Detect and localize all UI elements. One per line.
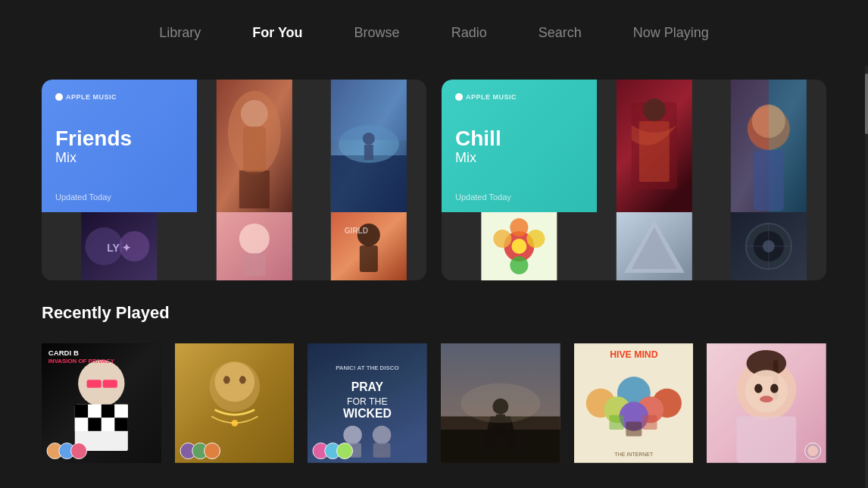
recently-played-section: Recently Played [42, 303, 826, 471]
svg-text:INVASION OF PRIVACY: INVASION OF PRIVACY [48, 358, 115, 364]
nav-radio[interactable]: Radio [448, 19, 490, 47]
svg-point-36 [493, 230, 511, 248]
chill-art-2 [711, 80, 826, 212]
svg-rect-90 [441, 430, 560, 463]
chill-mix-title-block: Chill Mix [455, 127, 583, 167]
svg-point-110 [745, 370, 788, 412]
recent-item-5[interactable]: HIVE MIND THE INTERNET [574, 335, 694, 471]
svg-text:THE INTERNET: THE INTERNET [614, 452, 654, 457]
main-content: APPLE MUSIC Friends Mix Updated Today [0, 66, 868, 488]
chill-mix-subtitle: Mix [455, 150, 583, 166]
svg-rect-56 [75, 418, 89, 431]
friends-art-2 [311, 80, 426, 212]
svg-point-93 [461, 383, 540, 424]
friends-art-3: LY ✦ [42, 212, 197, 280]
svg-point-37 [510, 256, 528, 274]
svg-point-75 [204, 443, 220, 459]
chill-mix-updated: Updated Today [455, 192, 583, 202]
svg-point-66 [71, 443, 87, 459]
recently-played-row: CARDI B INVASION OF PRIVACY [42, 335, 826, 471]
apple-music-label-chill: APPLE MUSIC [455, 93, 583, 101]
svg-rect-52 [75, 405, 89, 418]
svg-point-16 [239, 224, 270, 254]
svg-rect-105 [642, 415, 657, 430]
friends-mix-title-block: Friends Mix [55, 127, 183, 167]
svg-point-34 [510, 218, 528, 236]
svg-rect-10 [364, 145, 373, 160]
nav-library[interactable]: Library [156, 19, 204, 47]
chill-mix-card[interactable]: APPLE MUSIC Chill Mix Updated Today [442, 80, 826, 280]
svg-rect-8 [331, 80, 407, 140]
recent-item-6[interactable] [707, 335, 826, 471]
svg-rect-114 [737, 417, 797, 463]
scrollbar-track [865, 66, 868, 488]
chill-mix-header: APPLE MUSIC Chill Mix Updated Today [442, 80, 597, 212]
svg-rect-6 [331, 155, 407, 212]
svg-point-38 [511, 239, 526, 254]
svg-rect-57 [88, 418, 101, 431]
recent-item-1[interactable]: CARDI B INVASION OF PRIVACY [42, 335, 161, 471]
apple-music-label-friends: APPLE MUSIC [55, 93, 183, 101]
svg-rect-31 [754, 150, 784, 211]
nav-browse[interactable]: Browse [351, 19, 403, 47]
svg-rect-20 [360, 246, 378, 272]
svg-point-9 [363, 133, 375, 145]
svg-text:GIRLD: GIRLD [345, 227, 368, 235]
svg-point-87 [337, 443, 353, 459]
svg-text:HIVE MIND: HIVE MIND [610, 349, 657, 360]
friends-art-4 [197, 212, 312, 280]
svg-point-112 [770, 384, 779, 393]
nav-for-you[interactable]: For You [249, 19, 305, 47]
svg-text:FOR THE: FOR THE [347, 396, 388, 407]
svg-point-3 [241, 100, 268, 127]
svg-point-71 [223, 376, 230, 384]
svg-rect-59 [114, 418, 128, 431]
chill-art-3 [442, 212, 597, 280]
chill-art-1 [597, 80, 712, 212]
svg-text:WICKED: WICKED [343, 407, 392, 420]
mix-cards-row: APPLE MUSIC Friends Mix Updated Today [42, 80, 826, 280]
svg-point-72 [239, 376, 246, 384]
svg-rect-103 [626, 422, 642, 436]
svg-rect-54 [101, 405, 115, 418]
friends-mix-updated: Updated Today [55, 192, 183, 202]
svg-point-116 [808, 446, 819, 456]
svg-rect-104 [609, 415, 623, 430]
svg-point-70 [231, 420, 238, 427]
svg-rect-55 [114, 405, 128, 418]
recent-item-2[interactable] [175, 335, 295, 471]
recent-item-3[interactable]: PANIC! AT THE DISCO PRAY FOR THE WICKED [308, 335, 427, 471]
svg-rect-58 [101, 418, 115, 431]
svg-point-69 [214, 362, 254, 402]
friends-mix-title: Friends [55, 127, 183, 151]
friends-art-5: GIRLD [311, 212, 426, 280]
friends-mix-subtitle: Mix [55, 150, 183, 166]
svg-point-111 [754, 384, 763, 393]
scrollbar-thumb[interactable] [865, 74, 868, 134]
svg-point-35 [526, 230, 545, 248]
svg-rect-53 [88, 405, 101, 418]
friends-mix-card[interactable]: APPLE MUSIC Friends Mix Updated Today [42, 80, 426, 280]
svg-rect-60 [87, 380, 101, 388]
svg-point-113 [760, 396, 773, 402]
friends-art-1 [197, 80, 312, 212]
nav-now-playing[interactable]: Now Playing [630, 19, 712, 47]
svg-text:PANIC! AT THE DISCO: PANIC! AT THE DISCO [336, 364, 398, 371]
chill-art-5 [711, 212, 826, 280]
svg-rect-84 [373, 443, 391, 458]
svg-point-24 [643, 99, 666, 121]
svg-rect-61 [103, 380, 117, 388]
svg-rect-25 [639, 121, 670, 182]
svg-rect-2 [239, 170, 270, 208]
chill-mix-title: Chill [455, 127, 583, 151]
recent-item-4[interactable] [441, 335, 560, 471]
svg-text:LY ✦: LY ✦ [107, 242, 131, 254]
svg-point-82 [373, 426, 392, 445]
nav-bar: Library For You Browse Radio Search Now … [0, 0, 868, 66]
svg-rect-17 [243, 253, 266, 276]
svg-text:PRAY: PRAY [351, 380, 384, 393]
nav-search[interactable]: Search [535, 19, 585, 47]
svg-point-81 [344, 426, 363, 445]
svg-rect-4 [243, 127, 266, 172]
svg-text:CARDI B: CARDI B [48, 349, 79, 357]
